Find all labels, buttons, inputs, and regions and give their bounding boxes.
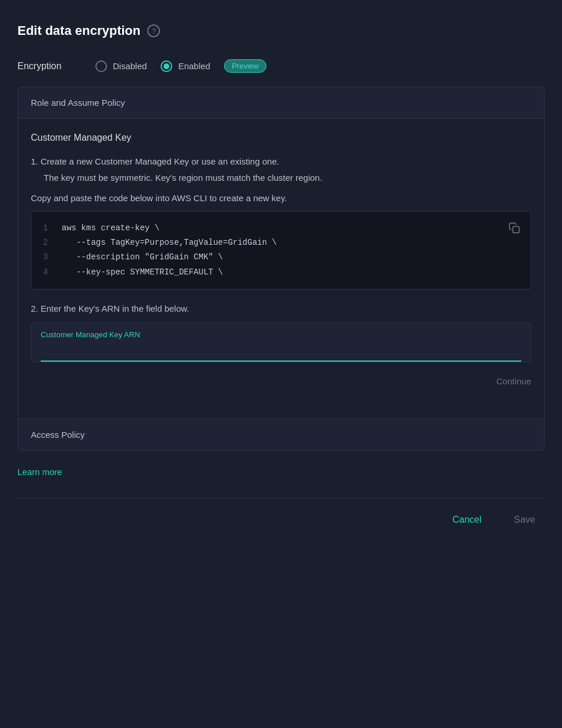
enabled-radio-circle	[161, 60, 172, 72]
enabled-radio-option[interactable]: Enabled	[161, 60, 210, 72]
page-container: Edit data encryption ? Encryption Disabl…	[17, 23, 545, 530]
code-lines: 1 aws kms create-key \ 2 --tags TagKey=P…	[43, 221, 519, 280]
learn-more-link[interactable]: Learn more	[17, 467, 62, 477]
access-policy-header[interactable]: Access Policy	[18, 419, 544, 450]
code-line-2: 2 --tags TagKey=Purpose,TagValue=GridGai…	[43, 235, 519, 250]
step1-copy-text: Copy and paste the code below into AWS C…	[31, 193, 531, 203]
customer-managed-key-body: Customer Managed Key 1. Create a new Cus…	[18, 119, 544, 419]
continue-row: Continue	[31, 365, 531, 393]
preview-badge: Preview	[224, 59, 266, 73]
enabled-radio-label: Enabled	[178, 61, 210, 71]
disabled-radio-option[interactable]: Disabled	[95, 60, 147, 72]
step2-main-text: 2. Enter the Key's ARN in the field belo…	[31, 304, 531, 313]
code-line-3: 3 --description "GridGain CMK" \	[43, 250, 519, 265]
encryption-row: Encryption Disabled Enabled Preview	[17, 59, 545, 73]
continue-button[interactable]: Continue	[496, 374, 531, 388]
line-content-1: aws kms create-key \	[62, 221, 519, 235]
page-title: Edit data encryption	[17, 23, 140, 38]
code-block: 1 aws kms create-key \ 2 --tags TagKey=P…	[31, 211, 531, 290]
step-2: 2. Enter the Key's ARN in the field belo…	[31, 304, 531, 393]
help-icon[interactable]: ?	[147, 24, 160, 37]
svg-rect-0	[513, 227, 520, 233]
step1-sub-text: The key must be symmetric. Key's region …	[44, 171, 531, 185]
line-num-4: 4	[43, 265, 62, 280]
cmk-title: Customer Managed Key	[31, 133, 531, 143]
code-line-1: 1 aws kms create-key \	[43, 221, 519, 235]
copy-icon[interactable]	[506, 220, 522, 236]
arn-input[interactable]	[41, 341, 521, 362]
step1-main-text: 1. Create a new Customer Managed Key or …	[31, 155, 531, 169]
arn-label: Customer Managed Key ARN	[41, 330, 521, 339]
line-content-4: --key-spec SYMMETRIC_DEFAULT \	[62, 265, 519, 280]
main-accordion: Role and Assume Policy Customer Managed …	[17, 87, 545, 451]
encryption-label: Encryption	[17, 61, 81, 72]
code-line-4: 4 --key-spec SYMMETRIC_DEFAULT \	[43, 265, 519, 280]
header: Edit data encryption ?	[17, 23, 545, 38]
role-policy-header[interactable]: Role and Assume Policy	[18, 87, 544, 119]
line-num-2: 2	[43, 235, 62, 250]
footer-buttons: Cancel Save	[17, 498, 545, 530]
cancel-button[interactable]: Cancel	[443, 510, 491, 530]
disabled-radio-label: Disabled	[113, 61, 147, 71]
line-num-3: 3	[43, 250, 62, 265]
line-num-1: 1	[43, 221, 62, 235]
line-content-3: --description "GridGain CMK" \	[62, 250, 519, 265]
save-button[interactable]: Save	[505, 510, 545, 530]
line-content-2: --tags TagKey=Purpose,TagValue=GridGain …	[62, 235, 519, 250]
step-1: 1. Create a new Customer Managed Key or …	[31, 155, 531, 290]
disabled-radio-circle	[95, 60, 107, 72]
arn-input-container: Customer Managed Key ARN	[31, 323, 531, 362]
